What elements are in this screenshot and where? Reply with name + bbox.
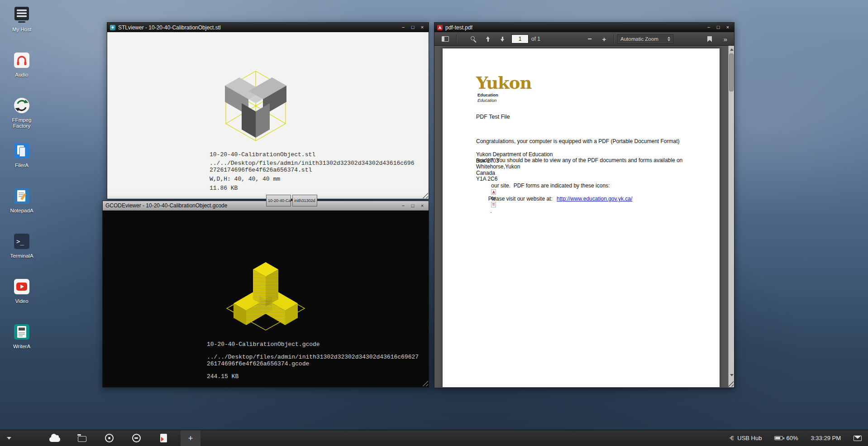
stl-file-info: 10-20-40-CalibrationObject.stl ../../Des… bbox=[210, 151, 414, 192]
zoom-in-button[interactable]: + bbox=[598, 32, 610, 46]
taskbar-pdf-button[interactable] bbox=[153, 430, 173, 446]
address-line: Box 2703 bbox=[476, 158, 553, 164]
zoom-out-button[interactable]: − bbox=[584, 32, 596, 46]
stlviewer-icon bbox=[105, 434, 114, 442]
gcode-filesize: 244.15 KB bbox=[207, 373, 419, 380]
desktop-icon-ffmpeg-factory[interactable]: FFmpeg Factory bbox=[4, 95, 40, 140]
minimize-button[interactable]: − bbox=[705, 24, 712, 31]
minimized-window-tabs: 10-20-40-Ca inith31302d bbox=[266, 195, 317, 206]
yukon-logo: Yukon Education Éducation bbox=[476, 75, 531, 104]
find-button[interactable] bbox=[467, 32, 480, 46]
stl-filepath-line2: 2726174696f6e4f626a656374.stl bbox=[210, 167, 414, 173]
scroll-down-arrow[interactable] bbox=[729, 372, 734, 378]
pdf-page: Yukon Education Éducation PDF Test File … bbox=[443, 48, 720, 387]
sidebar-toggle-button[interactable] bbox=[439, 32, 452, 46]
toolbar-more-button[interactable]: » bbox=[720, 32, 731, 46]
stl-dimensions: W,D,H: 40, 40, 40 mm bbox=[210, 176, 414, 182]
pdf-heading: PDF Test File bbox=[476, 114, 510, 120]
plus-icon: + bbox=[188, 434, 193, 442]
folder-icon bbox=[78, 436, 86, 442]
maximize-button[interactable]: □ bbox=[715, 24, 722, 31]
resize-grip[interactable] bbox=[420, 379, 428, 386]
gcode-filename: 10-20-40-CalibrationObject.gcode bbox=[207, 341, 419, 348]
desktop-icon-label: Audio bbox=[15, 72, 28, 78]
scrollbar-thumb[interactable] bbox=[729, 53, 734, 91]
gcode-3d-canvas[interactable]: 10-20-40-CalibrationObject.gcode ../../D… bbox=[103, 211, 429, 387]
page-count-label: of 1 bbox=[531, 32, 549, 46]
stl-filesize: 11.86 KB bbox=[210, 185, 414, 192]
address-line: Yukon Department of Education bbox=[476, 152, 553, 158]
maximize-button[interactable]: □ bbox=[409, 202, 416, 209]
desktop-icon-my-host[interactable]: My Host bbox=[4, 5, 40, 50]
bookmark-button[interactable] bbox=[703, 32, 716, 46]
gcode-window-title: GCODEviewer - 10-20-40-CalibrationObject… bbox=[105, 202, 227, 209]
zoom-select[interactable]: Automatic Zoom bbox=[617, 34, 673, 43]
search-icon bbox=[471, 36, 475, 40]
usb-label: USB Hub bbox=[737, 435, 762, 441]
select-arrows-icon bbox=[668, 37, 670, 42]
previous-page-button[interactable] bbox=[482, 32, 494, 46]
stl-titlebar[interactable]: STLviewer - 10-20-40-CalibrationObject.s… bbox=[107, 23, 429, 32]
pdf-document-icon bbox=[160, 434, 167, 442]
terminal-icon: >_ bbox=[11, 231, 32, 252]
circular-arrows-icon bbox=[11, 95, 32, 116]
gcodeviewer-window: GCODEviewer - 10-20-40-CalibrationObject… bbox=[102, 201, 429, 388]
my-host-icon bbox=[11, 5, 32, 25]
gcode-filepath-line1: ../../Desktop/files/admin/inith31302d323… bbox=[207, 354, 419, 360]
close-button[interactable]: × bbox=[419, 202, 426, 209]
resize-grip[interactable] bbox=[420, 191, 428, 198]
gcode-filepath-line2: 26174696f6e4f626a656374.gcode bbox=[207, 360, 419, 367]
taskbar-files-button[interactable] bbox=[45, 430, 65, 446]
website-line: Please visit our website at: http://www.… bbox=[476, 189, 632, 208]
window-controls: − □ × bbox=[400, 202, 426, 209]
taskbar-launchers: + bbox=[0, 430, 200, 446]
pdf-document-area[interactable]: Yukon Education Éducation PDF Test File … bbox=[434, 46, 734, 387]
next-page-button[interactable] bbox=[496, 32, 509, 46]
gcode-titlebar[interactable]: GCODEviewer - 10-20-40-CalibrationObject… bbox=[103, 201, 429, 211]
mail-indicator[interactable] bbox=[854, 436, 862, 441]
taskbar-gcodeviewer-button[interactable] bbox=[126, 430, 146, 446]
desktop-icon-filera[interactable]: FilerA bbox=[4, 140, 40, 186]
yukon-logo-sub-en: Education bbox=[477, 92, 531, 98]
pdf-viewer-window: pdf-test.pdf − □ × of 1 − + Automatic Zo… bbox=[434, 22, 734, 388]
desktop-icon-audio[interactable]: Audio bbox=[4, 50, 40, 95]
close-button[interactable]: × bbox=[724, 24, 731, 31]
file-manager-icon bbox=[11, 140, 32, 161]
usb-status[interactable]: USB Hub bbox=[729, 435, 762, 441]
pdf-app-icon bbox=[437, 25, 443, 30]
stl-3d-canvas[interactable]: 10-20-40-CalibrationObject.stl ../../Des… bbox=[107, 32, 429, 199]
battery-percent: 60% bbox=[786, 435, 798, 441]
minimized-window-tab[interactable]: 10-20-40-Ca bbox=[266, 195, 291, 206]
close-button[interactable]: × bbox=[419, 24, 426, 31]
pdf-toolbar: of 1 − + Automatic Zoom » bbox=[434, 32, 734, 46]
taskbar-stlviewer-button[interactable] bbox=[99, 430, 119, 446]
address-line: Canada bbox=[476, 170, 553, 177]
taskbar-menu-caret[interactable] bbox=[0, 430, 18, 446]
pdf-titlebar[interactable]: pdf-test.pdf − □ × bbox=[434, 23, 734, 32]
arrow-up-icon bbox=[486, 36, 491, 42]
writer-document-icon bbox=[11, 321, 32, 342]
desktop-icon-video[interactable]: Video bbox=[4, 276, 40, 321]
minimize-button[interactable]: − bbox=[400, 24, 407, 31]
window-controls: − □ × bbox=[400, 24, 426, 31]
desktop-icon-notepada[interactable]: NotepadA bbox=[4, 186, 40, 231]
desktop-icon-column: My Host Audio FFmpeg Factory FilerA Note… bbox=[4, 5, 40, 367]
minimized-window-tab[interactable]: inith31302d bbox=[292, 195, 317, 206]
taskbar-folder-button[interactable] bbox=[72, 430, 92, 446]
website-label: Please visit our website at: bbox=[488, 196, 554, 202]
desktop-icon-label: My Host bbox=[12, 27, 31, 33]
desktop-icon-writera[interactable]: WriterA bbox=[4, 321, 40, 367]
paragraph-text: our site. PDF forms are indicated by the… bbox=[491, 182, 610, 189]
desktop-icon-label: Video bbox=[15, 298, 28, 304]
scroll-up-arrow[interactable] bbox=[729, 47, 734, 53]
stl-filepath-line1: ../../Desktop/files/admin/inith31302d323… bbox=[210, 160, 414, 167]
scrollbar[interactable] bbox=[728, 46, 734, 387]
desktop-icon-terminala[interactable]: >_ TerminalA bbox=[4, 231, 40, 276]
battery-status[interactable]: 60% bbox=[774, 435, 798, 441]
taskbar-add-button[interactable]: + bbox=[181, 430, 200, 446]
page-number-input[interactable] bbox=[511, 34, 529, 43]
taskbar: + USB Hub 60% 3:33:29 PM bbox=[0, 430, 868, 446]
maximize-button[interactable]: □ bbox=[409, 24, 416, 31]
minimize-button[interactable]: − bbox=[400, 202, 407, 209]
website-link[interactable]: http://www.education.gov.yk.ca/ bbox=[557, 196, 632, 202]
